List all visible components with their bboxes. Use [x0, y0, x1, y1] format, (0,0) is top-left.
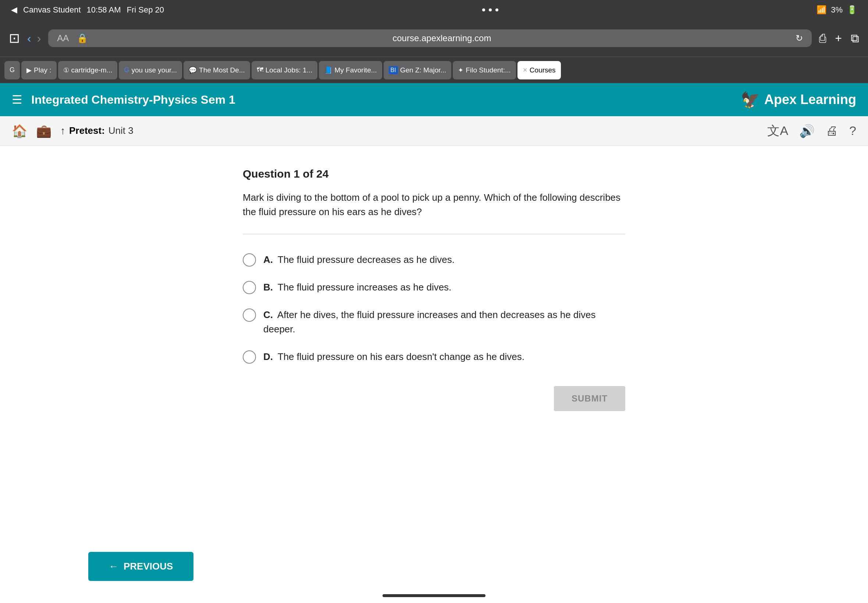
bottom-nav: ← PREVIOUS — [0, 552, 868, 581]
question-divider — [243, 234, 625, 234]
status-right: 📶 3% 🔋 — [817, 5, 857, 15]
tabs-icon[interactable]: ⧉ — [851, 32, 859, 45]
back-arrow: ◀ — [11, 5, 17, 15]
option-d[interactable]: D. The fluid pressure on his ears doesn'… — [243, 349, 625, 364]
option-b[interactable]: B. The fluid pressure increases as he di… — [243, 280, 625, 295]
share-icon[interactable]: ⎙ — [819, 32, 826, 45]
tab-filo[interactable]: ✦ Filo Student:... — [453, 61, 516, 79]
option-c-text: After he dives, the fluid pressure incre… — [263, 309, 596, 335]
translate-icon[interactable]: 文A — [767, 122, 788, 139]
address-bar[interactable]: AA 🔒 course.apexlearning.com ↻ — [48, 29, 812, 47]
browser-nav: ‹ › — [27, 32, 41, 45]
toolbar-right: 文A 🔊 🖨 ? — [767, 122, 856, 139]
submit-button[interactable]: SUBMIT — [554, 386, 625, 411]
radio-a[interactable] — [243, 254, 256, 267]
browser-chrome: ⊡ ‹ › AA 🔒 course.apexlearning.com ↻ ⎙ +… — [0, 20, 868, 57]
tab-my-favorite[interactable]: 📘 My Favorite... — [319, 61, 382, 79]
label-c: C. After he dives, the fluid pressure in… — [263, 308, 625, 336]
home-icon[interactable]: 🏠 — [12, 124, 27, 138]
option-b-text: The fluid pressure increases as he dives… — [278, 281, 452, 293]
tab-g[interactable]: G — [5, 61, 20, 79]
pretest-label: Pretest: — [69, 125, 105, 136]
tab-icon-gen-z: BI — [389, 66, 398, 74]
hamburger-menu-icon[interactable]: ☰ — [12, 93, 22, 107]
tab-label-courses: Courses — [530, 66, 556, 74]
tab-icon-most-de: 💬 — [189, 66, 197, 74]
label-a: A. The fluid pressure decreases as he di… — [263, 253, 455, 267]
tab-icon-filo: ✦ — [458, 66, 463, 74]
option-a-text: The fluid pressure decreases as he dives… — [278, 254, 455, 265]
tab-play[interactable]: ▶ Play : — [21, 61, 57, 79]
tab-close-courses[interactable]: ✕ — [523, 66, 528, 74]
prev-label: PREVIOUS — [124, 561, 173, 572]
apex-logo-icon: 🦅 — [741, 91, 760, 109]
question-container: Question 1 of 24 Mark is diving to the b… — [214, 168, 654, 411]
submit-row: SUBMIT — [243, 386, 625, 411]
forward-button[interactable]: › — [37, 32, 41, 45]
add-tab-icon[interactable]: + — [835, 32, 842, 45]
app-name: Canvas Student — [23, 5, 81, 15]
url-text[interactable]: course.apexlearning.com — [92, 33, 791, 43]
status-date: Fri Sep 20 — [127, 5, 164, 15]
battery-icon: 🔋 — [847, 5, 857, 15]
tab-courses[interactable]: ✕ Courses — [517, 61, 561, 79]
battery-level: 3% — [831, 5, 843, 15]
prev-arrow-icon: ← — [109, 561, 118, 572]
tab-most-de[interactable]: 💬 The Most De... — [184, 61, 250, 79]
option-c[interactable]: C. After he dives, the fluid pressure in… — [243, 308, 625, 336]
tab-google[interactable]: G you use your... — [119, 61, 182, 79]
tab-icon-google: G — [124, 66, 129, 74]
apex-logo-text: Apex Learning — [764, 92, 856, 107]
option-a[interactable]: A. The fluid pressure decreases as he di… — [243, 253, 625, 267]
label-b: B. The fluid pressure increases as he di… — [263, 280, 451, 295]
tab-label-local-jobs: Local Jobs: 1... — [266, 66, 313, 74]
browser-actions: ⎙ + ⧉ — [819, 32, 859, 45]
app-header: ☰ Integrated Chemistry-Physics Sem 1 🦅 A… — [0, 83, 868, 116]
previous-button[interactable]: ← PREVIOUS — [88, 552, 193, 581]
help-icon[interactable]: ? — [849, 124, 856, 138]
apex-logo: 🦅 Apex Learning — [741, 91, 856, 109]
tab-icon-play: ▶ — [26, 66, 32, 74]
tab-icon-local-jobs: 🗺 — [257, 66, 263, 74]
main-content: Question 1 of 24 Mark is diving to the b… — [0, 145, 868, 433]
status-time: 10:58 AM — [87, 5, 121, 15]
tab-icon-g: G — [9, 66, 15, 74]
tab-gen-z[interactable]: BI Gen Z: Major... — [384, 61, 452, 79]
briefcase-icon[interactable]: 💼 — [36, 124, 51, 138]
toolbar-left: 🏠 💼 ↑ Pretest: Unit 3 — [12, 124, 133, 138]
status-bar: ◀ Canvas Student 10:58 AM Fri Sep 20 📶 3… — [0, 0, 868, 20]
tab-icon-cartridge: ① — [63, 66, 69, 74]
pretest-unit: Unit 3 — [108, 125, 133, 136]
status-dots — [482, 8, 498, 11]
browser-tabs: G ▶ Play : ① cartridge-m... G you use yo… — [0, 57, 868, 83]
tab-label-google: you use your... — [131, 66, 177, 74]
tab-cartridge[interactable]: ① cartridge-m... — [58, 61, 118, 79]
tab-label-cartridge: cartridge-m... — [71, 66, 113, 74]
tab-local-jobs[interactable]: 🗺 Local Jobs: 1... — [252, 61, 318, 79]
question-text: Mark is diving to the bottom of a pool t… — [243, 190, 625, 219]
question-number: Question 1 of 24 — [243, 168, 625, 180]
tab-label-most-de: The Most De... — [199, 66, 245, 74]
radio-b[interactable] — [243, 281, 256, 294]
tab-label-play: Play : — [34, 66, 51, 74]
radio-d[interactable] — [243, 350, 256, 363]
app-title: Integrated Chemistry-Physics Sem 1 — [31, 93, 235, 107]
print-icon[interactable]: 🖨 — [826, 124, 838, 138]
content-area: Question 1 of 24 Mark is diving to the b… — [0, 145, 868, 603]
toolbar: 🏠 💼 ↑ Pretest: Unit 3 文A 🔊 🖨 ? — [0, 116, 868, 145]
answer-options: A. The fluid pressure decreases as he di… — [243, 253, 625, 364]
tab-icon-my-favorite: 📘 — [324, 66, 332, 74]
option-d-text: The fluid pressure on his ears doesn't c… — [278, 351, 525, 362]
font-size-control[interactable]: AA — [57, 33, 69, 43]
back-button[interactable]: ‹ — [27, 32, 31, 45]
tab-label-filo: Filo Student:... — [466, 66, 511, 74]
label-d: D. The fluid pressure on his ears doesn'… — [263, 349, 525, 364]
reload-icon[interactable]: ↻ — [795, 33, 803, 43]
pretest-nav: ↑ Pretest: Unit 3 — [60, 125, 133, 137]
lock-icon: 🔒 — [77, 33, 88, 43]
radio-c[interactable] — [243, 308, 256, 322]
tab-label-gen-z: Gen Z: Major... — [400, 66, 447, 74]
tab-label-my-favorite: My Favorite... — [334, 66, 377, 74]
audio-icon[interactable]: 🔊 — [799, 124, 815, 138]
sidebar-toggle-icon[interactable]: ⊡ — [9, 31, 20, 46]
